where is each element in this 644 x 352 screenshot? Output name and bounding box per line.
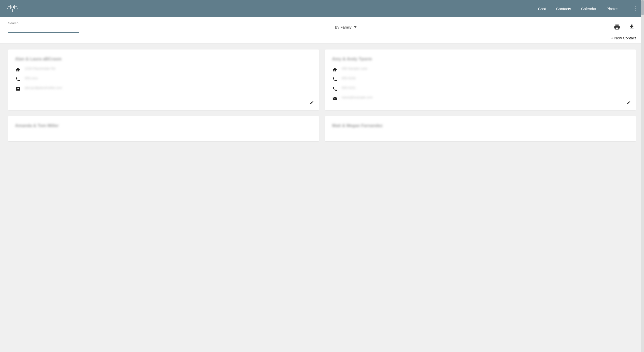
card-name: Amy & Andy Tporm [332,57,629,62]
print-icon [614,24,620,30]
toolbar-actions [613,23,636,31]
logo [6,2,19,15]
logo-emblem [6,2,19,15]
pencil-icon [309,100,314,105]
address-row: 1234 Placeholder Rd [15,67,312,72]
address-row: 456 Sample Lane [332,67,629,72]
nav-calendar[interactable]: Calendar [581,7,596,11]
edit-contact-button[interactable] [309,100,314,106]
phone2-text: 555-0101 [342,86,356,90]
email-text: name@example.com [342,95,373,99]
search-label: Search [8,21,79,25]
scrollbar[interactable] [641,0,644,352]
phone-row-1: 555-0100 [332,76,629,82]
search-input[interactable] [8,26,79,33]
contacts-grid: Alan & Laura aBCrasm 1234 Placeholder Rd… [0,43,644,147]
home-icon [332,67,338,72]
email-icon [15,86,21,91]
phone-icon [15,77,21,82]
search-area: Search [8,21,79,33]
contact-card: Amy & Andy Tporm 456 Sample Lane 555-010… [325,49,636,110]
download-icon [628,24,635,30]
edit-contact-button[interactable] [626,100,631,106]
email-text: abcxyz@placeholder.com [25,86,62,90]
svg-point-3 [12,6,14,8]
email-icon [332,96,338,101]
email-row: name@example.com [332,95,629,101]
phone-row-2: 555-0101 [332,86,629,91]
contact-card: Amanda & Tom Miller [8,116,319,141]
card-name: Matt & Megan Farnandez [332,123,629,128]
filter-by-family-button[interactable]: By Family [335,25,357,29]
email-row: abcxyz@placeholder.com [15,86,312,91]
nav-photos[interactable]: Photos [606,7,618,11]
contact-card: Alan & Laura aBCrasm 1234 Placeholder Rd… [8,49,319,110]
home-icon [15,67,21,72]
phone-row: 555-xxxx [15,76,312,82]
header: Chat Contacts Calendar Photos ⋮ [0,0,644,17]
new-contact-button[interactable]: + New Contact [611,36,636,40]
download-button[interactable] [627,23,636,31]
phone-icon [332,77,338,82]
nav-chat[interactable]: Chat [538,7,546,11]
chevron-down-icon [354,26,357,28]
phone-text: 555-0100 [342,76,356,80]
header-nav: Chat Contacts Calendar Photos ⋮ [538,5,638,12]
phone-icon [332,86,338,91]
address-text: 1234 Placeholder Rd [25,67,55,70]
more-menu-icon[interactable]: ⋮ [632,5,638,12]
pencil-icon [626,100,631,105]
address-text: 456 Sample Lane [342,67,367,70]
action-bar: + New Contact [0,33,644,43]
contact-card: Matt & Megan Farnandez [325,116,636,141]
toolbar: Search By Family [0,17,644,33]
svg-rect-0 [11,5,15,9]
new-contact-label: + New Contact [611,36,636,40]
card-name: Alan & Laura aBCrasm [15,57,312,62]
nav-contacts[interactable]: Contacts [556,7,571,11]
card-name: Amanda & Tom Miller [15,123,312,128]
print-button[interactable] [613,23,621,31]
filter-label: By Family [335,25,352,29]
scrollbar-thumb[interactable] [641,0,644,15]
phone-text: 555-xxxx [25,76,38,80]
